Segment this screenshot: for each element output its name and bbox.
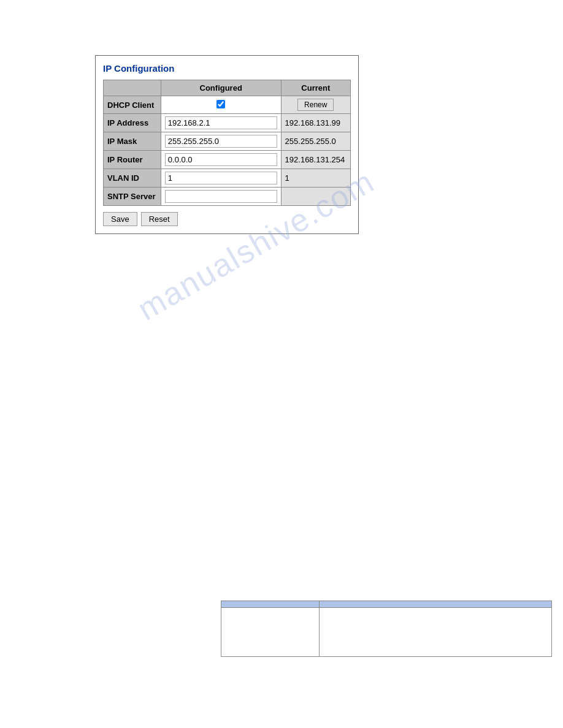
sntp-server-input[interactable]	[165, 190, 277, 203]
table-row: IP Mask 255.255.255.0	[104, 132, 351, 151]
table-row: DHCP Client Renew	[104, 96, 351, 114]
vlan-id-current-value: 1	[285, 173, 289, 183]
row-label-ip-address: IP Address	[104, 114, 161, 132]
bottom-table-cell-col2	[319, 608, 551, 657]
ip-mask-current-cell: 255.255.255.0	[281, 132, 350, 151]
panel-title: IP Configuration	[103, 63, 351, 74]
bottom-table-row	[221, 608, 552, 657]
ip-router-current-value: 192.168.131.254	[285, 155, 345, 164]
page-content: IP Configuration Configured Current DHCP…	[0, 0, 563, 728]
ip-address-configured-cell	[161, 114, 281, 132]
renew-button[interactable]: Renew	[297, 99, 334, 111]
sntp-server-current-cell	[281, 188, 350, 206]
dhcp-configured-cell	[161, 96, 281, 114]
ip-mask-configured-cell	[161, 132, 281, 151]
row-label-dhcp: DHCP Client	[104, 96, 161, 114]
bottom-table-container	[221, 601, 552, 657]
bottom-table-header-col1	[221, 601, 320, 608]
row-label-ip-mask: IP Mask	[104, 132, 161, 151]
bottom-table-cell-col1	[221, 608, 320, 657]
ip-address-input[interactable]	[165, 116, 277, 129]
vlan-id-input[interactable]	[165, 172, 277, 184]
ip-config-panel: IP Configuration Configured Current DHCP…	[95, 55, 359, 234]
col-header-configured: Configured	[161, 80, 281, 96]
sntp-server-configured-cell	[161, 188, 281, 206]
ip-address-current-cell: 192.168.131.99	[281, 114, 350, 132]
ip-config-table: Configured Current DHCP Client Renew	[103, 80, 351, 206]
bottom-table-header-col2	[319, 601, 551, 608]
vlan-id-current-cell: 1	[281, 169, 350, 188]
dhcp-checkbox[interactable]	[216, 100, 225, 108]
ip-router-current-cell: 192.168.131.254	[281, 151, 350, 169]
table-row: VLAN ID 1	[104, 169, 351, 188]
col-header-empty	[104, 80, 161, 96]
save-button[interactable]: Save	[103, 212, 137, 226]
ip-address-current-value: 192.168.131.99	[285, 118, 340, 127]
dhcp-current-cell: Renew	[281, 96, 350, 114]
ip-mask-input[interactable]	[165, 135, 277, 148]
ip-router-input[interactable]	[165, 153, 277, 166]
table-row: IP Address 192.168.131.99	[104, 114, 351, 132]
row-label-ip-router: IP Router	[104, 151, 161, 169]
table-row: IP Router 192.168.131.254	[104, 151, 351, 169]
row-label-sntp-server: SNTP Server	[104, 188, 161, 206]
col-header-current: Current	[281, 80, 350, 96]
row-label-vlan-id: VLAN ID	[104, 169, 161, 188]
table-row: SNTP Server	[104, 188, 351, 206]
button-row: Save Reset	[103, 212, 351, 226]
ip-router-configured-cell	[161, 151, 281, 169]
vlan-id-configured-cell	[161, 169, 281, 188]
ip-mask-current-value: 255.255.255.0	[285, 137, 336, 146]
bottom-table	[221, 601, 552, 657]
reset-button[interactable]: Reset	[141, 212, 178, 226]
